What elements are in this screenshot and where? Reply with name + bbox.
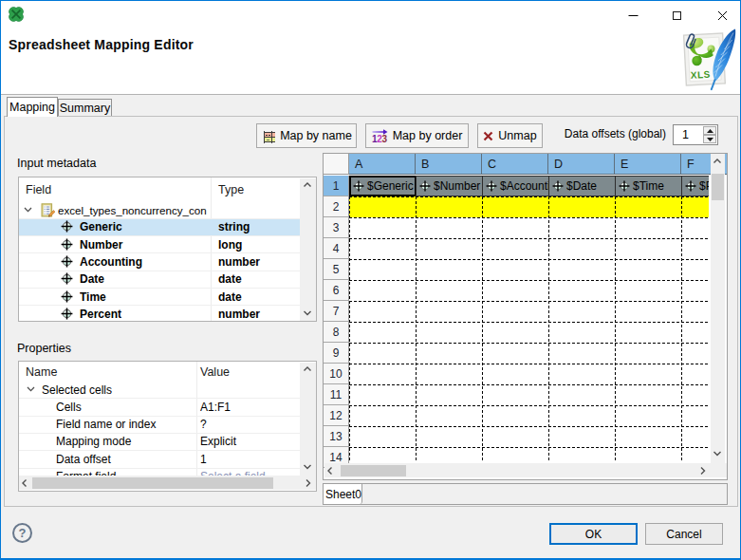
grid-cells[interactable]: $Generic $Number $Accounting $Date [349,176,709,462]
row-header-3[interactable]: 3 [324,217,349,238]
data-offsets-value[interactable]: 1 [682,128,689,141]
column-header-E[interactable]: E [615,154,681,175]
row-separator [19,398,300,399]
sheet-tab-bar: Sheet0 [323,483,728,505]
grid-vscrollbar[interactable] [711,154,725,463]
scroll-down-icon[interactable] [303,463,312,473]
tab-mapping[interactable]: Mapping [7,97,58,117]
tab-summary[interactable]: Summary [58,99,112,116]
column-header-value[interactable]: Value [200,365,230,379]
cancel-button[interactable]: Cancel [645,523,723,545]
sheet-tab[interactable]: Sheet0 [324,484,362,504]
grid-dashed-line [548,196,549,462]
red-x-icon [483,131,493,141]
tree-row-field[interactable]: Time date [19,288,300,305]
property-row[interactable]: Selected cells [19,381,300,398]
mapped-cell[interactable]: $Number [416,176,483,196]
props-table-hscrollbar[interactable] [19,476,316,490]
row-header-11[interactable]: 11 [324,384,349,405]
column-header-type[interactable]: Type [218,183,244,196]
scrollbar-thumb[interactable] [341,465,406,476]
property-row[interactable]: Field name or index ? [19,416,300,433]
column-header-B[interactable]: B [416,154,482,175]
grid-dashed-line [349,301,709,302]
props-table-vscrollbar[interactable] [300,363,316,476]
column-header-name[interactable]: Name [26,365,57,379]
property-row[interactable]: Cells A1:F1 [19,398,300,415]
crosshair-icon [353,180,364,192]
properties-table[interactable]: NameValue Selected cells Cells A1:F1 Fie… [18,361,317,492]
scrollbar-thumb[interactable] [712,174,724,200]
tree-row-root[interactable]: excel_types_noncurrency_con [19,201,300,218]
spreadsheet-grid[interactable]: ABCDEF1234567891011121314 $Generic $Numb… [323,153,728,480]
scroll-up-icon[interactable] [303,181,312,191]
tab-cover [8,115,57,117]
row-header-8[interactable]: 8 [324,322,349,343]
field-type: date [218,290,298,304]
spinner-down-icon[interactable] [703,135,716,143]
row-header-1[interactable]: 1 [324,176,349,196]
row-header-13[interactable]: 13 [324,426,349,447]
column-header-field[interactable]: Field [26,183,51,196]
tree-row-field[interactable]: Accounting number [19,252,300,270]
mapped-cell[interactable]: $Date [548,176,616,196]
titlebar[interactable] [1,1,740,29]
grid-dashed-line [349,196,350,462]
grid-hscrollbar[interactable] [324,463,727,477]
scroll-up-icon[interactable] [713,158,722,167]
row-header-9[interactable]: 9 [324,343,349,364]
mapped-cell[interactable]: $Percent [681,176,709,196]
maximize-icon[interactable] [656,1,698,29]
column-header-D[interactable]: D [548,154,615,175]
scroll-down-icon[interactable] [713,450,722,459]
scroll-down-icon[interactable] [303,309,312,319]
scroll-left-icon[interactable] [326,466,336,476]
column-header-C[interactable]: C [482,154,548,175]
map-by-name-label: Map by name [280,129,352,142]
map-by-name-button[interactable]: Map by name [256,123,357,148]
row-header-2[interactable]: 2 [324,196,349,217]
tree-row-field[interactable]: Date date [19,271,300,288]
mapped-cell[interactable]: $Time [615,176,682,196]
property-row[interactable]: Data offset 1 [19,450,300,467]
row-header-7[interactable]: 7 [324,301,349,322]
tree-row-field[interactable]: Percent number [19,305,300,322]
mapped-cell[interactable]: $Accounting [482,176,549,196]
scroll-right-icon[interactable] [305,478,314,488]
help-button[interactable]: ? [12,523,32,543]
row-header-4[interactable]: 4 [324,238,349,259]
column-header-A[interactable]: A [349,154,416,175]
data-offsets-spinner[interactable]: 1 [673,124,718,145]
grid-dashed-line [349,343,709,344]
chevron-down-icon[interactable] [27,386,35,392]
clover-icon [9,7,24,22]
input-table-scrollbar[interactable] [300,178,316,322]
spinner-up-icon[interactable] [703,126,716,135]
close-icon[interactable] [701,1,741,29]
row-separator [19,218,300,219]
row-header-5[interactable]: 5 [324,259,349,280]
row-header-10[interactable]: 10 [324,364,349,384]
dialog-header: Spreadsheet Mapping Editor [1,29,740,94]
tree-row-field[interactable]: Generic string [19,218,300,235]
mapped-cell[interactable]: $Generic [349,176,417,196]
property-row[interactable]: Mapping mode Explicit [19,433,300,450]
minimize-icon[interactable] [612,1,655,29]
row-header-12[interactable]: 12 [324,405,349,426]
scroll-right-icon[interactable] [699,466,709,476]
crosshair-icon [61,220,73,233]
row-header-6[interactable]: 6 [324,280,349,301]
scroll-left-icon[interactable] [21,478,30,488]
mapped-cell-label: $Date [566,179,597,193]
ok-button[interactable]: OK [549,523,638,545]
mapped-cell-label: $Accounting [500,179,549,193]
highlighted-row[interactable] [349,196,709,217]
scroll-up-icon[interactable] [303,365,312,375]
grid-corner[interactable] [324,154,349,175]
scrollbar-thumb[interactable] [32,477,273,489]
input-metadata-table[interactable]: FieldType excel_types_noncurrency_con Ge… [18,177,317,322]
map-by-order-button[interactable]: 1 2 3 Map by order [365,123,469,148]
tree-row-field[interactable]: Number long [19,235,300,252]
chevron-down-icon[interactable] [24,207,32,213]
map-by-order-label: Map by order [393,129,463,142]
